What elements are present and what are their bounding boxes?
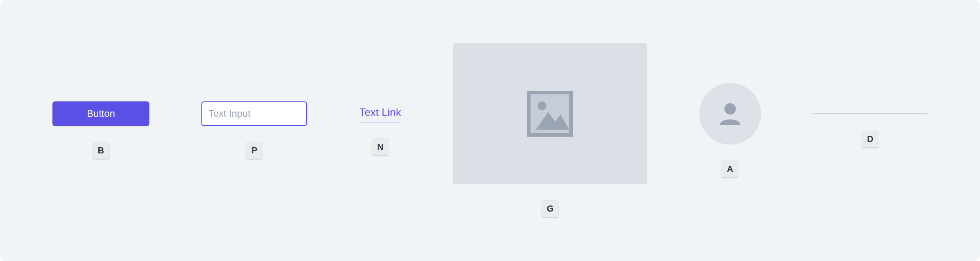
shortcut-key-button: B: [92, 142, 110, 160]
text-link[interactable]: Text Link: [360, 105, 401, 123]
divider-item: D: [813, 113, 928, 148]
avatar-item: A: [699, 83, 761, 178]
shortcut-key-text-link: N: [371, 138, 389, 156]
image-placeholder-item: G: [453, 43, 647, 218]
avatar[interactable]: [699, 83, 761, 145]
svg-point-2: [538, 101, 546, 110]
text-input[interactable]: [201, 101, 307, 126]
text-link-item: Text Link N: [360, 105, 401, 156]
image-icon: [523, 87, 576, 140]
ui-elements-palette: Button B P Text Link N G A: [0, 0, 980, 261]
button-item: Button B: [52, 101, 149, 160]
primary-button[interactable]: Button: [52, 101, 149, 126]
user-icon: [715, 98, 746, 129]
text-input-item: P: [201, 101, 307, 160]
divider[interactable]: [813, 113, 928, 115]
shortcut-key-image: G: [541, 200, 559, 218]
image-placeholder[interactable]: [453, 43, 647, 184]
shortcut-key-text-input: P: [245, 142, 263, 160]
svg-point-4: [724, 103, 736, 115]
shortcut-key-divider: D: [861, 130, 879, 148]
divider-wrap: D: [813, 113, 928, 148]
shortcut-key-avatar: A: [721, 160, 739, 178]
